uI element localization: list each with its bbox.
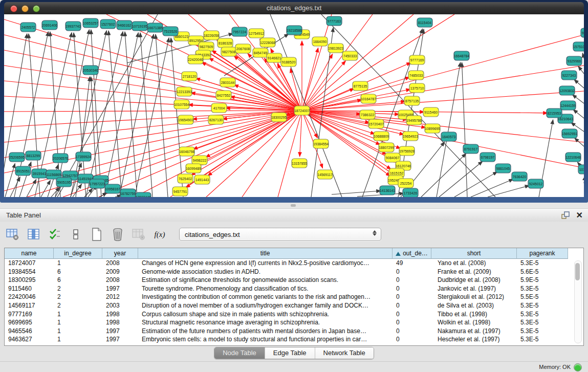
tab-edge-table[interactable]: Edge Table xyxy=(265,347,315,359)
graph-node[interactable]: 1077102 xyxy=(578,165,584,174)
table-cell[interactable]: 9699695 xyxy=(5,318,54,327)
table-row[interactable]: 1830029562008Estimation of significance … xyxy=(5,276,583,285)
graph-node[interactable]: 10688809 xyxy=(374,132,389,141)
table-cell[interactable]: Genome-wide association studies in ADHD. xyxy=(138,268,393,276)
graph-node[interactable]: 12210648 xyxy=(565,152,581,162)
column-header-out_de[interactable]: out_de… xyxy=(393,248,431,259)
graph-node[interactable]: 25206595 xyxy=(9,152,25,162)
table-cell[interactable]: 14569117 xyxy=(5,301,54,310)
graph-node[interactable]: 17957223 xyxy=(90,179,105,188)
table-cell[interactable]: 0 xyxy=(393,268,431,276)
table-cell[interactable]: 1997 xyxy=(102,285,138,293)
table-cell[interactable]: Changes of HCN gene expression and I(f) … xyxy=(138,259,393,268)
table-cell[interactable]: Yano et al. (2008) xyxy=(431,259,517,268)
graph-node[interactable]: 18724007 xyxy=(294,106,310,115)
tab-node-table[interactable]: Node Table xyxy=(214,347,265,359)
table-cell[interactable]: 9115460 xyxy=(5,285,54,293)
table-selector-dropdown[interactable]: citations_edges.txt xyxy=(179,228,381,241)
graph-node[interactable]: 2803144 xyxy=(220,78,235,87)
function-icon[interactable]: f(x) xyxy=(152,227,167,242)
graph-node[interactable]: 14569117 xyxy=(317,170,333,179)
graph-node[interactable]: 8775135 xyxy=(353,81,368,91)
graph-node[interactable]: 22420046 xyxy=(188,55,203,64)
float-window-icon[interactable] xyxy=(561,211,570,220)
graph-node[interactable]: 9827508 xyxy=(221,47,236,56)
graph-node[interactable]: 1491443 xyxy=(194,175,210,184)
table-cell[interactable]: Jankovic et al. (1997) xyxy=(431,285,517,293)
table-cell[interactable]: 1 xyxy=(54,259,102,268)
graph-node[interactable]: 7957224 xyxy=(232,27,247,36)
graph-node[interactable]: 12093832 xyxy=(559,86,575,95)
graph-node[interactable]: 9245012 xyxy=(528,179,543,188)
graph-node[interactable]: 9519226 xyxy=(581,28,584,37)
graph-node[interactable]: 19384554 xyxy=(313,139,329,148)
column-header-year[interactable]: year xyxy=(102,248,138,259)
graph-node[interactable]: 10653257 xyxy=(83,18,98,28)
graph-node[interactable]: 7636420 xyxy=(512,172,527,181)
table-row[interactable]: 1938455462009Genome-wide association stu… xyxy=(5,268,583,276)
table-cell[interactable]: 5.3E-5 xyxy=(517,301,568,310)
graph-node[interactable]: 417004 xyxy=(211,103,227,113)
graph-node[interactable]: 8215953 xyxy=(547,108,562,118)
graph-node[interactable]: 6798197 xyxy=(480,152,495,162)
scrollbar-thumb[interactable] xyxy=(575,263,580,280)
table-cell[interactable]: Tourette syndrome. Phenomenology and cla… xyxy=(138,285,393,293)
graph-node[interactable]: 9329966 xyxy=(567,56,582,65)
table-cell[interactable]: Dudbridge et al. (2008) xyxy=(431,276,517,285)
table-cell[interactable]: 0 xyxy=(393,318,431,327)
table-cell[interactable]: 49 xyxy=(393,259,431,268)
table-cell[interactable]: 22420046 xyxy=(5,293,54,301)
table-row[interactable]: 2242004622012Investigating the contribut… xyxy=(5,293,583,301)
graph-node[interactable]: 19937743 xyxy=(66,21,81,31)
graph-node[interactable]: 252254 xyxy=(398,179,413,188)
table-cell[interactable]: Tibbo et al. (1998) xyxy=(431,310,517,319)
table-cell[interactable]: 2 xyxy=(54,293,102,301)
table-cell[interactable]: 5.6E-5 xyxy=(517,268,568,276)
graph-node[interactable]: 16099489 xyxy=(186,164,201,173)
graph-node[interactable]: 19654923 xyxy=(403,132,418,141)
table-cell[interactable]: 18300295 xyxy=(5,276,54,285)
table-cell[interactable]: 5.3E-5 xyxy=(517,285,568,293)
graph-node[interactable]: 10719195 xyxy=(132,21,147,31)
table-cell[interactable]: 0 xyxy=(393,335,431,344)
graph-node[interactable]: 9827509 xyxy=(199,42,214,51)
graph-node[interactable]: 7625402 xyxy=(178,174,193,183)
graph-node[interactable]: 13157855 xyxy=(292,159,307,168)
table-row[interactable]: 977716911998Corpus callosum shape and si… xyxy=(5,310,583,319)
table-cell[interactable]: 0 xyxy=(393,276,431,285)
graph-node[interactable]: 12228068 xyxy=(260,38,275,47)
table-cell[interactable]: 0 xyxy=(393,310,431,319)
graph-node[interactable]: 7386322 xyxy=(360,110,375,119)
table-cell[interactable]: 0 xyxy=(393,285,431,293)
select-rows-icon[interactable] xyxy=(47,227,62,242)
table-cell[interactable]: Estimation of significance thresholds fo… xyxy=(138,276,393,285)
graph-node[interactable]: 1527602 xyxy=(100,19,116,29)
graph-node[interactable]: 9115460 xyxy=(423,107,439,117)
graph-node[interactable]: 12213393 xyxy=(177,87,192,96)
graph-node[interactable]: 19218586 xyxy=(287,26,302,35)
column-selection-icon[interactable] xyxy=(26,227,41,242)
table-cell[interactable]: Wolkin et al. (1998) xyxy=(431,318,517,327)
graph-node[interactable]: 14136141 xyxy=(380,186,395,195)
graph-node[interactable]: 9188520 xyxy=(281,57,296,67)
table-cell[interactable]: 2009 xyxy=(102,268,138,276)
graph-node[interactable]: 7515526 xyxy=(163,27,178,36)
table-row[interactable]: 1456911722003Disruption of a novel membe… xyxy=(5,301,583,310)
graph-node[interactable]: 8813299 xyxy=(26,151,41,160)
table-cell[interactable]: 2 xyxy=(54,301,102,310)
table-cell[interactable]: 9777169 xyxy=(5,310,54,319)
table-cell[interactable]: 1 xyxy=(54,327,102,336)
table-cell[interactable]: Franke et al. (2009) xyxy=(431,268,517,276)
graph-node[interactable]: 10958167 xyxy=(105,184,120,193)
table-cell[interactable]: 5.3E-5 xyxy=(517,259,568,268)
graph-node[interactable]: 9861045 xyxy=(495,164,511,173)
graph-node[interactable]: 19756928 xyxy=(399,146,415,156)
graph-node[interactable]: 20691406 xyxy=(42,20,57,30)
graph-node[interactable]: 5905195 xyxy=(56,178,72,187)
table-cell[interactable]: de Silva et al. (2003) xyxy=(431,301,517,310)
graph-node[interactable]: 8454749 xyxy=(253,48,268,57)
table-cell[interactable]: Nakamura et al. (1997) xyxy=(431,327,517,336)
table-row[interactable]: 1872400712008Changes of HCN gene express… xyxy=(5,259,583,268)
rows-icon[interactable] xyxy=(68,227,83,242)
table-cell[interactable]: 2008 xyxy=(102,276,138,285)
